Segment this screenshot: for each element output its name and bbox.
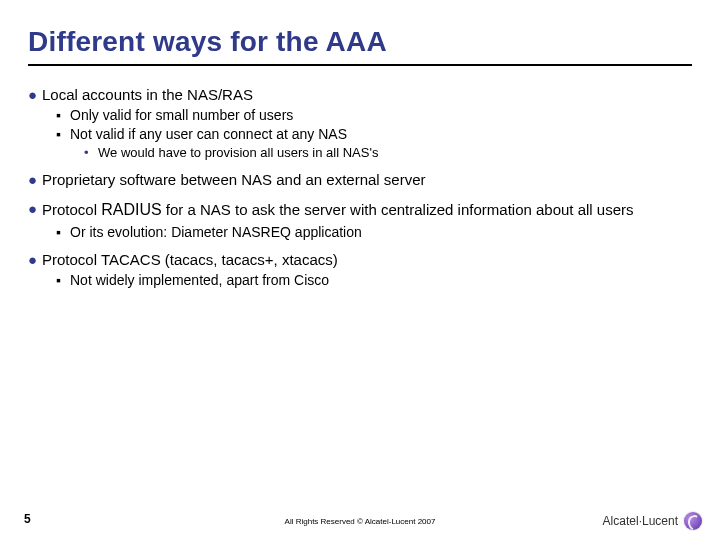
bullet-text-part: for a NAS to ask the server with central… bbox=[162, 201, 634, 218]
bullet-text: Or its evolution: Diameter NASREQ applic… bbox=[70, 224, 362, 242]
bullet-text: Protocol RADIUS for a NAS to ask the ser… bbox=[42, 200, 634, 220]
bullet-text: Proprietary software between NAS and an … bbox=[42, 171, 426, 190]
slide-title: Different ways for the AAA bbox=[28, 26, 692, 66]
bullet-text: Only valid for small number of users bbox=[70, 107, 293, 125]
slide: Different ways for the AAA ●Local accoun… bbox=[0, 0, 720, 540]
bullet-icon: • bbox=[84, 145, 98, 161]
bullet-text: Not widely implemented, apart from Cisco bbox=[70, 272, 329, 290]
bullet-lvl2: ▪Not widely implemented, apart from Cisc… bbox=[56, 272, 700, 290]
brand: Alcatel·Lucent bbox=[603, 512, 702, 530]
bullet-text: Local accounts in the NAS/RAS bbox=[42, 86, 253, 105]
bullet-icon: ▪ bbox=[56, 224, 70, 242]
bullet-text-part: Protocol bbox=[42, 201, 101, 218]
bullet-text: Not valid if any user can connect at any… bbox=[70, 126, 347, 144]
bullet-group-local-accounts: ●Local accounts in the NAS/RAS ▪Only val… bbox=[28, 86, 700, 161]
footer: 5 All Rights Reserved © Alcatel-Lucent 2… bbox=[0, 504, 720, 532]
bullet-lvl2: ▪Or its evolution: Diameter NASREQ appli… bbox=[56, 224, 700, 242]
bullet-icon: ● bbox=[28, 86, 42, 105]
radius-keyword: RADIUS bbox=[101, 201, 161, 218]
bullet-group-tacacs: ●Protocol TACACS (tacacs, tacacs+, xtaca… bbox=[28, 251, 700, 289]
bullet-lvl2: ▪Only valid for small number of users bbox=[56, 107, 700, 125]
bullet-icon: ● bbox=[28, 200, 42, 219]
bullet-icon: ▪ bbox=[56, 107, 70, 125]
brand-name: Alcatel·Lucent bbox=[603, 514, 678, 528]
bullet-icon: ● bbox=[28, 171, 42, 190]
bullet-lvl1: ● Protocol RADIUS for a NAS to ask the s… bbox=[28, 200, 700, 220]
slide-content: ●Local accounts in the NAS/RAS ▪Only val… bbox=[28, 80, 700, 300]
bullet-group-radius: ● Protocol RADIUS for a NAS to ask the s… bbox=[28, 200, 700, 242]
bullet-icon: ▪ bbox=[56, 126, 70, 144]
bullet-icon: ● bbox=[28, 251, 42, 270]
bullet-lvl1: ●Proprietary software between NAS and an… bbox=[28, 171, 700, 190]
bullet-text: We would have to provision all users in … bbox=[98, 145, 378, 161]
brand-logo-icon bbox=[684, 512, 702, 530]
bullet-icon: ▪ bbox=[56, 272, 70, 290]
bullet-group-proprietary: ●Proprietary software between NAS and an… bbox=[28, 171, 700, 190]
bullet-lvl3: •We would have to provision all users in… bbox=[84, 145, 700, 161]
bullet-lvl1: ●Protocol TACACS (tacacs, tacacs+, xtaca… bbox=[28, 251, 700, 270]
bullet-lvl1: ●Local accounts in the NAS/RAS bbox=[28, 86, 700, 105]
bullet-lvl2: ▪Not valid if any user can connect at an… bbox=[56, 126, 700, 144]
bullet-text: Protocol TACACS (tacacs, tacacs+, xtacac… bbox=[42, 251, 338, 270]
